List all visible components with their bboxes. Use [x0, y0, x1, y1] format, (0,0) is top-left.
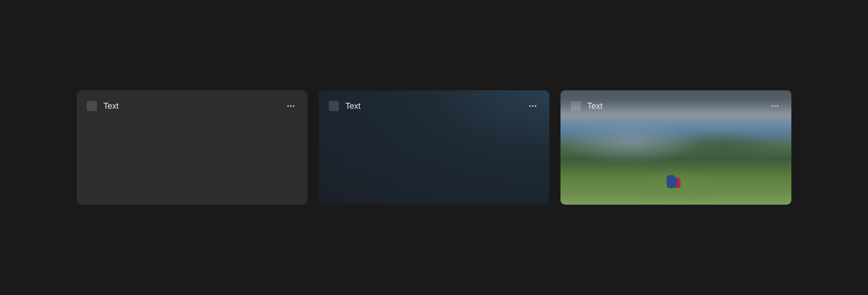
card-title: Text	[587, 101, 603, 111]
card-gradient[interactable]: Text	[319, 90, 549, 205]
card-title-group: Text	[329, 101, 361, 111]
svg-point-7	[774, 105, 776, 107]
svg-point-8	[777, 105, 778, 107]
card-title: Text	[103, 101, 119, 111]
svg-point-4	[532, 105, 534, 107]
more-options-button[interactable]	[768, 100, 781, 112]
more-horizontal-icon	[528, 101, 537, 111]
placeholder-icon	[87, 101, 97, 111]
placeholder-icon	[571, 101, 581, 111]
card-title-group: Text	[571, 101, 603, 111]
more-options-button[interactable]	[526, 100, 539, 112]
card-header: Text	[77, 90, 307, 122]
svg-point-0	[287, 105, 289, 107]
placeholder-icon	[329, 101, 339, 111]
svg-point-6	[771, 105, 773, 107]
card-solid[interactable]: Text	[77, 90, 307, 205]
svg-point-3	[529, 105, 531, 107]
card-header: Text	[561, 90, 791, 122]
card-title: Text	[345, 101, 361, 111]
card-header: Text	[319, 90, 549, 122]
svg-point-2	[293, 105, 295, 107]
more-options-button[interactable]	[284, 100, 297, 112]
card-title-group: Text	[87, 101, 119, 111]
svg-point-1	[290, 105, 292, 107]
cards-container: Text Text	[58, 90, 810, 205]
more-horizontal-icon	[286, 101, 295, 111]
svg-point-5	[535, 105, 536, 107]
card-image[interactable]: Text	[561, 90, 791, 205]
more-horizontal-icon	[770, 101, 779, 111]
